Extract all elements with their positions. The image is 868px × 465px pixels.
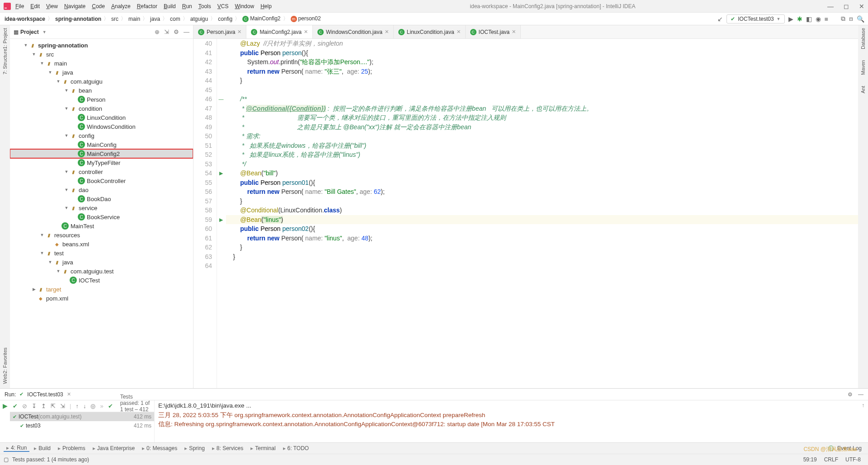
test-row[interactable]: ✔IOCTest (com.atguigu.test)412 ms — [10, 412, 154, 421]
tree-node[interactable]: ▼▮controller — [10, 167, 193, 176]
test-row[interactable]: ✔test03 412 ms — [10, 421, 154, 430]
tree-node[interactable]: ▼▮bean — [10, 86, 193, 95]
tree-node[interactable]: ◆pom.xml — [10, 294, 193, 303]
bottom-tab-4--run[interactable]: ▸4: Run — [4, 445, 29, 452]
editor-tab[interactable]: CLinuxCondition.java✕ — [394, 25, 466, 38]
menu-view[interactable]: View — [46, 3, 58, 9]
tree-arrow-icon[interactable]: ▼ — [39, 61, 45, 66]
menu-window[interactable]: Window — [235, 3, 254, 9]
tree-node[interactable]: ▼▮resources — [10, 230, 193, 240]
tree-node[interactable]: ▼▮java — [10, 68, 193, 77]
locate-file-icon[interactable]: ⊕ — [155, 28, 160, 35]
tree-node[interactable]: ▼▮src — [10, 50, 193, 59]
menu-code[interactable]: Code — [92, 3, 105, 9]
tree-node[interactable]: CMainTest — [10, 221, 193, 230]
more-icon[interactable]: » — [100, 403, 103, 409]
collapse-icon[interactable]: ⇲ — [60, 403, 65, 409]
next-fail-icon[interactable]: ↓ — [83, 403, 86, 409]
nav-back-icon[interactable]: ↙ — [717, 15, 723, 23]
close-tab-icon[interactable]: ✕ — [237, 29, 241, 35]
tree-arrow-icon[interactable]: ▼ — [47, 70, 53, 75]
debug-button[interactable]: ✱ — [797, 15, 802, 23]
tool-strip-1--project[interactable]: 1: Project — [2, 28, 8, 49]
sort-icon-2[interactable]: ↥ — [41, 403, 46, 409]
breadcrumb-item[interactable]: main — [127, 16, 141, 22]
menu-tools[interactable]: Tools — [198, 3, 211, 9]
tool-strip-2--favorites[interactable]: 2: Favorites — [2, 348, 8, 373]
scroll-top-icon[interactable]: ↑ — [862, 402, 864, 409]
gutter-run-icon[interactable]: ▶ — [217, 215, 225, 225]
menu-build[interactable]: Build — [164, 3, 176, 9]
hide-run-icon[interactable]: — — [858, 391, 863, 398]
toolbar-icon-1[interactable]: ⧉ — [841, 15, 845, 23]
menu-edit[interactable]: Edit — [30, 3, 40, 9]
tree-arrow-icon[interactable]: ▼ — [39, 251, 45, 255]
tree-node[interactable]: ▼▮com.atguigu — [10, 77, 193, 86]
search-everywhere-icon[interactable]: 🔍 — [857, 15, 864, 23]
close-tab-icon[interactable]: ✕ — [67, 391, 71, 397]
coverage-button[interactable]: ◧ — [806, 15, 812, 23]
close-button[interactable]: ✕ — [859, 3, 864, 10]
breadcrumb-item[interactable]: config — [217, 16, 233, 22]
breadcrumb-item[interactable]: com — [169, 16, 181, 22]
tree-node[interactable]: ▼▮service — [10, 203, 193, 212]
tree-arrow-icon[interactable]: ▼ — [63, 169, 70, 174]
project-tree[interactable]: ▼▮spring-annotation▼▮src▼▮main▼▮java▼▮co… — [10, 39, 193, 388]
tree-node[interactable]: ◆beans.xml — [10, 240, 193, 249]
tree-arrow-icon[interactable]: ▼ — [63, 106, 70, 111]
rerun-button[interactable]: ▶ — [3, 402, 8, 409]
tree-node[interactable]: ▼▮java — [10, 258, 193, 267]
chevron-down-icon[interactable]: ▼ — [42, 30, 47, 34]
tree-node[interactable]: CMainConfig2 — [10, 149, 193, 158]
menu-refactor[interactable]: Refactor — [137, 3, 157, 9]
stop-button[interactable]: ■ — [825, 15, 828, 23]
tree-node[interactable]: ▶▮target — [10, 285, 193, 294]
breadcrumb-item[interactable]: idea-workspace — [4, 16, 46, 22]
tree-node[interactable]: CBookController — [10, 176, 193, 185]
expand-all-icon[interactable]: ⇲ — [164, 28, 169, 35]
bottom-tab-8--services[interactable]: ▸8: Services — [209, 445, 246, 451]
tree-node[interactable]: CWindowsCondition — [10, 122, 193, 131]
menu-analyze[interactable]: Analyze — [111, 3, 131, 9]
tool-strip-ant[interactable]: Ant — [860, 86, 866, 94]
run-settings-icon[interactable]: ⚙ — [848, 391, 853, 398]
run-gutter[interactable]: —▶▶ — [217, 39, 225, 388]
profile-button[interactable]: ◉ — [816, 15, 821, 23]
tree-arrow-icon[interactable]: ▼ — [55, 269, 61, 273]
editor-tab[interactable]: CPerson.java✕ — [193, 25, 246, 38]
tool-strip-maven[interactable]: Maven — [860, 60, 866, 75]
gutter-run-icon[interactable]: — — [217, 94, 225, 104]
bottom-tab-build[interactable]: ▸Build — [31, 445, 53, 451]
tree-arrow-icon[interactable]: ▼ — [63, 206, 70, 210]
tree-arrow-icon[interactable]: ▼ — [31, 52, 37, 56]
tree-node[interactable]: ▼▮main — [10, 59, 193, 68]
breadcrumb-item[interactable]: spring-annotation — [54, 16, 102, 22]
tree-arrow-icon[interactable]: ▼ — [63, 188, 70, 192]
close-tab-icon[interactable]: ✕ — [304, 29, 308, 35]
breadcrumb-item[interactable]: CMainConfig2 — [241, 15, 281, 22]
menu-file[interactable]: File — [15, 3, 24, 9]
filter-ignored-icon[interactable]: ⊘ — [22, 403, 27, 409]
menu-run[interactable]: Run — [182, 3, 192, 9]
filter-passed-icon[interactable]: ✔ — [13, 403, 18, 409]
tree-arrow-icon[interactable]: ▼ — [55, 79, 61, 84]
tool-windows-icon[interactable]: ▢ — [4, 456, 9, 463]
file-encoding[interactable]: UTF-8 — [845, 456, 861, 463]
run-button[interactable]: ▶ — [788, 15, 793, 23]
bottom-tab-java-enterprise[interactable]: ▸Java Enterprise — [90, 445, 137, 451]
tree-arrow-icon[interactable]: ▼ — [63, 133, 70, 138]
close-tab-icon[interactable]: ✕ — [385, 29, 389, 35]
menu-help[interactable]: Help — [260, 3, 272, 9]
line-separator[interactable]: CRLF — [824, 456, 838, 463]
tool-strip-web[interactable]: Web — [2, 374, 8, 384]
bottom-tab-0--messages[interactable]: ▸0: Messages — [139, 445, 180, 451]
tree-arrow-icon[interactable]: ▼ — [39, 233, 45, 237]
gutter-run-icon[interactable]: ▶ — [217, 169, 225, 178]
breadcrumb-item[interactable]: src — [110, 16, 119, 22]
tree-node[interactable]: ▼▮dao — [10, 185, 193, 194]
tree-arrow-icon[interactable]: ▶ — [31, 287, 37, 291]
editor-tab[interactable]: CMainConfig2.java✕ — [246, 25, 313, 38]
run-config-combo[interactable]: ✔ IOCTest.test03 ▼ — [726, 14, 784, 23]
hide-panel-icon[interactable]: — — [184, 28, 189, 35]
tool-strip-database[interactable]: Database — [860, 28, 866, 49]
